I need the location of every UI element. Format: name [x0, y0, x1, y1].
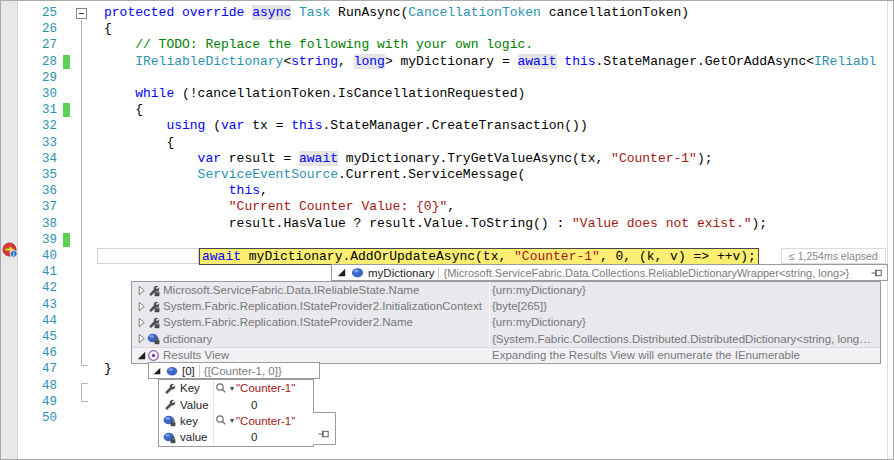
child-pin-box[interactable]: [313, 412, 336, 445]
code-token: IReliabl: [814, 54, 876, 69]
code-token: this: [291, 118, 322, 133]
datatip-row-3[interactable]: dictionary{System.Fabric.Collections.Dis…: [132, 331, 880, 347]
code-token: CancellationToken: [408, 5, 541, 20]
code-token: // TODO: Replace the following with your…: [135, 37, 533, 52]
code-line-36[interactable]: this,: [229, 183, 268, 199]
code-token: long: [354, 54, 385, 69]
member-name: Microsoft.ServiceFabric.Data.IReliableSt…: [163, 284, 419, 296]
code-token: "Counter-1": [514, 249, 600, 264]
change-bar-28: [63, 55, 70, 69]
breakpoint-current-statement-icon[interactable]: [2, 242, 18, 258]
member-name: key: [180, 415, 216, 427]
datatip-row-2[interactable]: System.Fabric.Replication.IStateProvider…: [132, 314, 880, 330]
member-value: Expanding the Results View will enumerat…: [492, 349, 876, 361]
field-icon: [351, 266, 364, 279]
expand-arrow-icon[interactable]: [136, 333, 147, 344]
code-line-25[interactable]: protected override async Task RunAsync(C…: [104, 5, 689, 21]
code-token: , 0, (k, v) => ++v);: [600, 249, 756, 264]
datatip-row-0[interactable]: Microsoft.ServiceFabric.Data.IReliableSt…: [132, 282, 880, 298]
code-line-35[interactable]: ServiceEventSource.Current.ServiceMessag…: [198, 167, 526, 183]
line-number-41: 41: [19, 264, 57, 280]
code-token: await: [299, 151, 338, 166]
collapse-arrow-icon[interactable]: [136, 350, 147, 361]
child-row-2[interactable]: key▾"Counter-1": [159, 413, 313, 429]
perftip[interactable]: ≤ 1,254ms elapsed: [781, 248, 886, 264]
child-row-3[interactable]: value0: [159, 429, 313, 445]
child-row-0[interactable]: Key▾"Counter-1": [159, 380, 313, 396]
code-line-28[interactable]: IReliableDictionary<string, long> myDict…: [135, 54, 876, 70]
expand-arrow-icon[interactable]: [136, 285, 147, 296]
column-divider: [489, 282, 490, 298]
code-line-26[interactable]: {: [104, 21, 112, 37]
property-icon: [163, 382, 176, 395]
code-token: "Counter-1": [611, 151, 697, 166]
code-token: while: [135, 86, 174, 101]
code-token: (!cancellationToken.IsCancellationReques…: [174, 86, 525, 101]
member-name: dictionary: [163, 333, 212, 345]
results-item-grid[interactable]: Key▾"Counter-1"Value0key▾"Counter-1"valu…: [158, 379, 314, 447]
collapse-arrow-icon[interactable]: [336, 267, 347, 278]
code-line-27[interactable]: // TODO: Replace the following with your…: [135, 37, 533, 53]
code-line-32[interactable]: using (var tx = this.StateManager.Create…: [166, 118, 587, 134]
line-number-32: 32: [19, 118, 57, 134]
breakpoint-margin[interactable]: [1, 1, 18, 460]
code-token: .Current.ServiceMessage(: [338, 167, 525, 182]
property-lock-icon: [147, 316, 160, 329]
datatip-row-1[interactable]: System.Fabric.Replication.IStateProvider…: [132, 298, 880, 314]
line-number-44: 44: [19, 313, 57, 329]
change-bar-31: [63, 103, 70, 117]
code-token: result.HasValue ? result.Value.ToString(…: [229, 216, 572, 231]
datatip-row-4[interactable]: Results ViewExpanding the Results View w…: [132, 347, 880, 363]
pin-icon[interactable]: [871, 267, 883, 279]
line-number-48: 48: [19, 378, 57, 394]
code-line-47[interactable]: }: [104, 361, 112, 377]
line-number-28: 28: [19, 54, 57, 70]
expand-arrow-icon[interactable]: [136, 317, 147, 328]
fold-guide-line: [81, 20, 82, 365]
member-value: 0: [251, 399, 257, 411]
datatip-member-grid[interactable]: Microsoft.ServiceFabric.Data.IReliableSt…: [131, 281, 881, 364]
field-icon: [166, 365, 178, 377]
code-token: }: [104, 361, 112, 376]
code-line-31[interactable]: {: [135, 102, 143, 118]
code-token: using: [166, 118, 205, 133]
column-divider: [489, 348, 490, 363]
code-line-34[interactable]: var result = await myDictionary.TryGetVa…: [198, 151, 713, 167]
fold-guide-line-2: [81, 383, 82, 402]
child-row-1[interactable]: Value0: [159, 396, 313, 412]
code-line-33[interactable]: {: [166, 135, 174, 151]
current-statement-highlight[interactable]: await myDictionary.AddOrUpdateAsync(tx, …: [199, 248, 759, 265]
code-token: Task: [299, 5, 330, 20]
expand-arrow-icon[interactable]: [136, 301, 147, 312]
dropdown-arrow-icon[interactable]: ▾: [230, 384, 234, 393]
results-item-header[interactable]: [0] {[Counter-1, 0]}: [148, 362, 320, 379]
datatip-header[interactable]: myDictionary {Microsoft.ServiceFabric.Da…: [331, 264, 888, 281]
dropdown-arrow-icon[interactable]: ▾: [230, 416, 234, 425]
line-number-43: 43: [19, 297, 57, 313]
code-token: "Current Counter Value: {0}": [229, 199, 447, 214]
code-token: this: [229, 183, 260, 198]
column-divider: [213, 429, 214, 445]
pin-icon[interactable]: [318, 428, 330, 440]
code-token: myDictionary.AddOrUpdateAsync(tx,: [241, 249, 514, 264]
code-line-30[interactable]: while (!cancellationToken.IsCancellation…: [135, 86, 525, 102]
fold-collapse-button[interactable]: [76, 8, 87, 19]
code-line-38[interactable]: result.HasValue ? result.Value.ToString(…: [229, 216, 767, 232]
code-token: var: [198, 151, 221, 166]
field-lock-icon: [163, 431, 176, 444]
code-token: this: [564, 54, 595, 69]
column-divider: [213, 413, 214, 429]
code-line-37[interactable]: "Current Counter Value: {0}",: [229, 199, 455, 215]
member-value-wrap: 0: [215, 399, 311, 411]
member-name: System.Fabric.Replication.IStateProvider…: [163, 300, 482, 312]
line-number-35: 35: [19, 167, 57, 183]
code-token: );: [697, 151, 713, 166]
collapse-arrow-icon[interactable]: [152, 366, 162, 376]
code-token: {: [104, 21, 112, 36]
property-icon: [163, 398, 176, 411]
field-lock-icon: [147, 332, 160, 345]
line-number-42: 42: [19, 280, 57, 296]
code-token: {: [135, 102, 143, 117]
code-token: await: [202, 249, 241, 264]
datatip-variable-type: {Microsoft.ServiceFabric.Data.Collection…: [443, 267, 849, 279]
